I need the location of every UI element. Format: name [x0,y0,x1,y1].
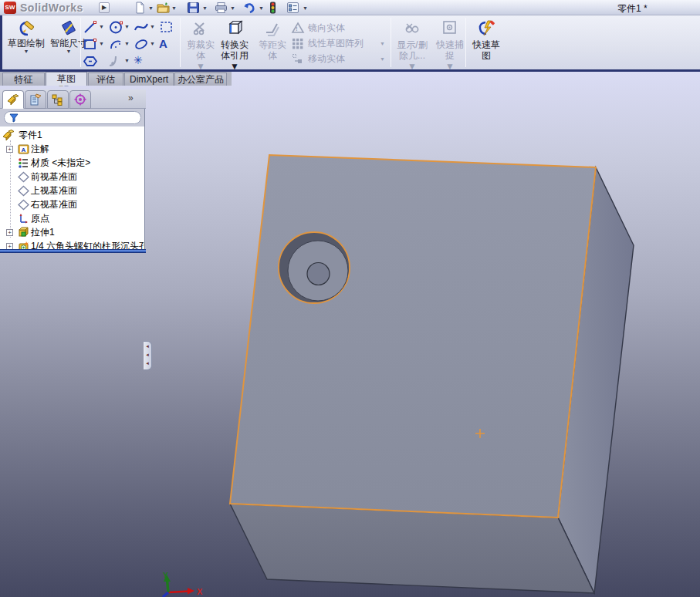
tree-root-item[interactable]: 零件1 [0,128,145,142]
tree-root-label: 零件1 [19,129,42,142]
trim-dropdown[interactable]: ▼ [183,61,218,72]
view-settings-icon[interactable] [269,2,276,14]
spline-tool-icon[interactable] [134,20,149,35]
panel-overflow-chevron[interactable]: » [128,93,134,103]
move-entities-button[interactable]: 移动实体 [292,52,345,66]
panel-tab-row: » [0,89,146,109]
feature-manager-panel: » 零件1 + A 注解 材质 <未指定> [0,89,146,254]
rollback-bar[interactable] [0,249,146,253]
text-tool-icon[interactable]: A [159,37,174,52]
open-icon[interactable] [157,2,170,14]
sketch-label: 草图绘制 [5,38,47,49]
mirror-entities-button[interactable]: ! 镜向实体 [292,22,345,35]
rectangle-dropdown[interactable]: ▼ [99,41,104,46]
save-icon[interactable] [187,2,200,14]
fillet-dropdown[interactable]: ▼ [124,58,130,63]
print-dropdown[interactable]: ▼ [230,5,235,11]
tab-configuration-manager[interactable] [47,90,69,109]
ribbon-separator [465,18,466,67]
tab-features[interactable]: 特征 [2,73,45,86]
tab-feature-manager[interactable] [2,90,24,109]
undo-icon[interactable] [242,2,255,14]
linear-pattern-icon [292,38,304,49]
annotations-folder-icon: A [18,143,29,155]
ellipse-dropdown[interactable]: ▼ [150,41,155,46]
tree-item-top-plane[interactable]: 上视基准面 [0,184,145,197]
filter-row [0,109,145,126]
print-icon[interactable] [215,2,228,14]
new-document-icon[interactable] [134,2,147,14]
origin-icon [18,213,29,224]
menu-flyout-button[interactable]: ▶ [99,2,110,13]
filter-funnel-icon [9,113,19,123]
point-tool-icon[interactable]: ✳ [134,54,149,69]
tree-item-front-plane[interactable]: 前视基准面 [0,170,145,184]
sketch-button[interactable]: 草图绘制 ▼ [5,18,47,69]
sketch-dropdown[interactable]: ▼ [5,49,47,54]
arc-tool-icon[interactable] [108,37,123,52]
quick-snaps-dropdown[interactable]: ▼ [432,61,468,72]
collapse-arrow-icon: ◂ [144,359,151,367]
quick-snaps-button[interactable]: 快速捕捉 ▼ [432,20,468,68]
tree-item-right-plane[interactable]: 右视基准面 [0,197,145,211]
filter-input[interactable] [4,111,141,124]
undo-dropdown[interactable]: ▼ [259,5,264,11]
part-icon [2,130,15,141]
save-dropdown[interactable]: ▼ [202,5,208,11]
new-dropdown[interactable]: ▼ [148,5,154,11]
polygon-tool-icon[interactable] [83,54,98,69]
tree-item-extrude1[interactable]: + 拉伸1 [0,225,145,239]
document-title: 零件1 * [617,2,648,15]
linear-pattern-button[interactable]: 线性草图阵列 [292,37,364,50]
tab-dimxpert[interactable]: DimXpert [124,73,174,86]
display-delete-dropdown[interactable]: ▼ [394,61,430,72]
collapse-arrow-icon: ◂ [144,342,151,350]
rapid-sketch-button[interactable]: 快速草图 [468,20,504,68]
feature-tree: 零件1 + A 注解 材质 <未指定> 前视基准面 上视基准面 右 [0,126,145,250]
options-icon[interactable] [286,2,299,14]
tree-item-material[interactable]: 材质 <未指定> [0,156,145,170]
tab-dimxpert-manager[interactable] [69,90,91,109]
title-bar: SW SolidWorks ▶ ▼ ▼ ▼ ▼ ▼ ▼ 零件1 * [0,0,700,15]
display-delete-label: 显示/删除几... [394,39,430,61]
select-box-tool-icon[interactable] [159,20,174,35]
arc-dropdown[interactable]: ▼ [124,41,130,46]
ellipse-tool-icon[interactable] [134,37,149,52]
linear-pattern-label: 线性草图阵列 [308,37,364,50]
line-tool-icon[interactable] [83,20,98,35]
solidworks-logo: SW [4,2,16,14]
convert-entities-dropdown[interactable]: ▼ [217,61,252,72]
tab-office-products[interactable]: 办公室产品 [174,73,227,86]
rectangle-tool-icon[interactable] [83,37,98,52]
linear-pattern-dropdown[interactable]: ▼ [380,41,385,46]
trim-entities-button[interactable]: 剪裁实体 ▼ [183,20,218,68]
tab-evaluate[interactable]: 评估 [88,73,123,86]
mirror-entities-icon: ! [292,22,304,34]
ribbon-edge [0,15,2,69]
tab-sketch[interactable]: 草图 [46,72,87,86]
expand-icon[interactable]: + [6,146,13,153]
spline-dropdown[interactable]: ▼ [150,24,155,29]
tree-item-counterbore-hole[interactable]: + 1/4 六角头螺钉的柱形沉头孔1 [0,239,145,250]
svg-text:A: A [22,146,26,153]
circle-tool-icon[interactable] [108,20,123,35]
open-dropdown[interactable]: ▼ [171,5,177,11]
convert-entities-button[interactable]: 转换实体引用 ▼ [217,20,252,68]
circle-dropdown[interactable]: ▼ [124,24,130,29]
expand-icon[interactable]: + [6,229,13,236]
tab-property-manager[interactable] [25,90,46,109]
display-delete-relations-button[interactable]: 显示/删除几... ▼ [394,20,430,68]
options-dropdown[interactable]: ▼ [303,5,308,11]
move-entities-dropdown[interactable]: ▼ [380,56,385,62]
ribbon-separator [180,18,181,67]
line-dropdown[interactable]: ▼ [99,24,104,29]
solidworks-window: X Y ▾ ▾ ▾ ▾ ◂ ◂ ◂ [0,0,700,597]
panel-splitter-handle[interactable]: ◂ ◂ ◂ [144,341,152,370]
tree-item-annotations[interactable]: + A 注解 [0,142,145,156]
triad-x-label: X [197,587,203,596]
tree-item-origin[interactable]: 原点 [0,211,145,225]
convert-entities-label: 转换实体引用 [217,39,252,61]
fillet-tool-icon[interactable] [108,54,123,69]
offset-entities-button[interactable]: 等距实体 [255,20,290,68]
configuration-manager-icon [51,93,65,106]
